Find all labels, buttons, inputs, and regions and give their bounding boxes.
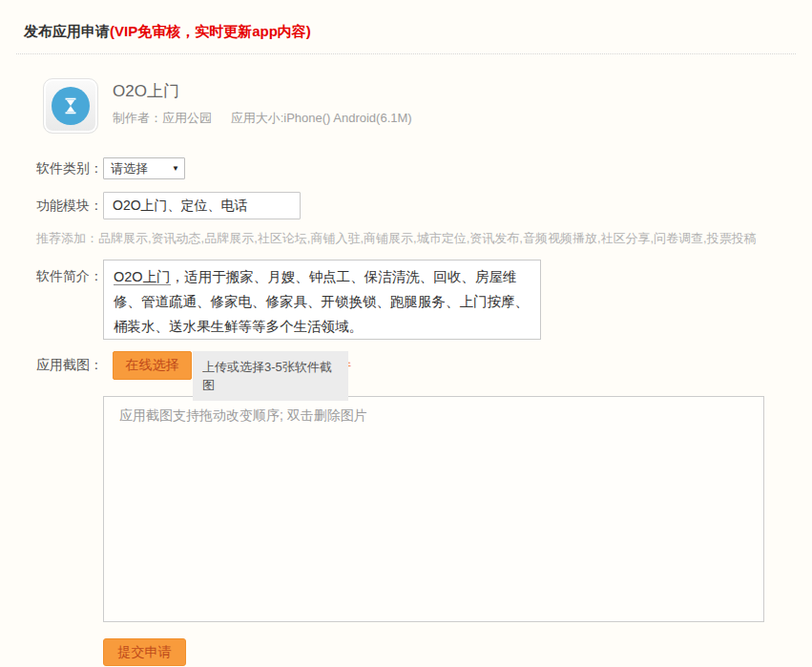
screenshot-label: 应用截图： [36,357,103,374]
app-info: O2O上门 制作者：应用公园 应用大小:iPhone() Android(6.1… [113,78,412,134]
app-meta: 制作者：应用公园 应用大小:iPhone() Android(6.1M) [113,110,412,127]
app-maker: 制作者：应用公园 [113,111,212,125]
hourglass-icon [52,87,90,125]
page-title: 发布应用申请(VIP免审核，实时更新app内容) [24,23,812,41]
app-info-block: O2O上门 制作者：应用公园 应用大小:iPhone() Android(6.1… [43,78,812,134]
category-label: 软件类别： [36,160,103,177]
category-selected-value: 请选择 [111,160,148,177]
intro-text: ，适用于搬家、月嫂、钟点工、保洁清洗、回收、房屋维修、管道疏通、修家电、修家具、… [114,269,529,334]
intro-label: 软件简介： [36,268,103,285]
intro-row: 软件简介： O2O上门，适用于搬家、月嫂、钟点工、保洁清洗、回收、房屋维修、管道… [36,260,812,340]
recommend-hint: 推荐添加：品牌展示,资讯动态,品牌展示,社区论坛,商铺入驻,商铺展示,城市定位,… [36,230,812,247]
screenshot-tooltip: 上传或选择3-5张软件截图 [193,351,348,401]
intro-textarea[interactable]: O2O上门，适用于搬家、月嫂、钟点工、保洁清洗、回收、房屋维修、管道疏通、修家电… [103,260,541,340]
submit-button[interactable]: 提交申请 [103,638,186,666]
chevron-down-icon: ▼ [172,164,179,173]
app-size: 应用大小:iPhone() Android(6.1M) [231,111,412,125]
publish-app-page: 发布应用申请(VIP免审核，实时更新app内容) O2O上门 制作者：应用公园 … [0,23,812,667]
app-icon [43,78,98,134]
modules-row: 功能模块： [36,192,812,219]
dropzone-placeholder: 应用截图支持拖动改变顺序; 双击删除图片 [104,397,763,425]
intro-text-underlined: O2O上门 [114,269,171,285]
modules-label: 功能模块： [36,198,103,215]
screenshot-dropzone[interactable]: 应用截图支持拖动改变顺序; 双击删除图片 [103,396,764,622]
category-row: 软件类别： 请选择 ▼ [36,157,812,179]
category-select[interactable]: 请选择 ▼ [103,157,185,179]
page-title-text: 发布应用申请 [24,23,110,39]
page-title-highlight: (VIP免审核，实时更新app内容) [110,23,311,39]
title-divider [16,53,796,54]
screenshot-row: 应用截图： 在线选择 选择文件 未选择任何文件 上传或选择3-5张软件截图 [36,348,812,391]
modules-input[interactable] [103,192,301,219]
app-name: O2O上门 [113,80,412,102]
online-select-button[interactable]: 在线选择 [113,351,192,380]
